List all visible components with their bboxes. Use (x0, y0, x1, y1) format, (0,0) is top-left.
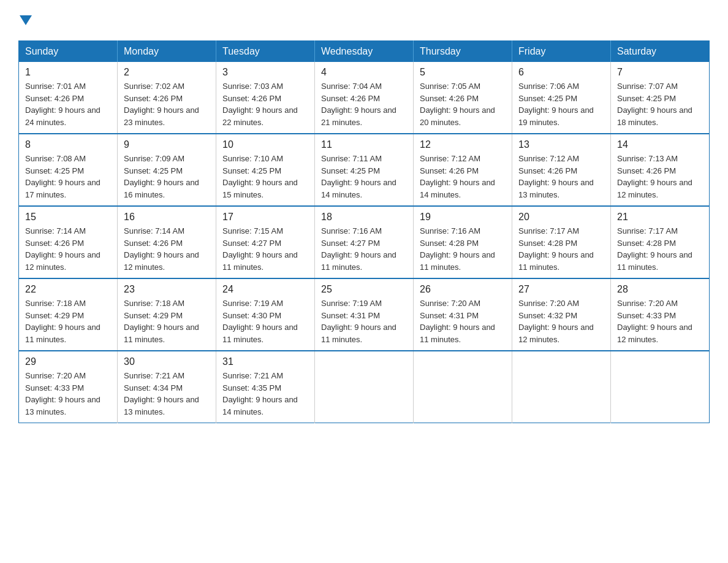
day-info: Sunrise: 7:20 AM Sunset: 4:33 PM Dayligh… (617, 297, 703, 345)
day-number: 7 (617, 67, 703, 78)
day-info: Sunrise: 7:16 AM Sunset: 4:28 PM Dayligh… (420, 225, 506, 273)
day-number: 27 (518, 284, 604, 295)
day-info: Sunrise: 7:02 AM Sunset: 4:26 PM Dayligh… (124, 80, 210, 128)
day-info: Sunrise: 7:12 AM Sunset: 4:26 PM Dayligh… (420, 153, 506, 201)
weekday-header-monday: Monday (118, 41, 216, 63)
calendar-cell: 13 Sunrise: 7:12 AM Sunset: 4:26 PM Dayl… (512, 134, 611, 206)
calendar-week-5: 29 Sunrise: 7:20 AM Sunset: 4:33 PM Dayl… (19, 351, 710, 423)
day-number: 10 (222, 139, 308, 150)
calendar-cell: 3 Sunrise: 7:03 AM Sunset: 4:26 PM Dayli… (216, 62, 315, 134)
day-info: Sunrise: 7:07 AM Sunset: 4:25 PM Dayligh… (617, 80, 703, 128)
day-number: 24 (222, 284, 308, 295)
calendar-week-4: 22 Sunrise: 7:18 AM Sunset: 4:29 PM Dayl… (19, 278, 710, 351)
calendar-cell: 12 Sunrise: 7:12 AM Sunset: 4:26 PM Dayl… (414, 134, 512, 206)
weekday-header-wednesday: Wednesday (315, 41, 414, 63)
day-number: 12 (420, 139, 506, 150)
day-number: 30 (124, 356, 210, 367)
day-info: Sunrise: 7:15 AM Sunset: 4:27 PM Dayligh… (222, 225, 308, 273)
day-number: 4 (321, 67, 407, 78)
calendar-week-2: 8 Sunrise: 7:08 AM Sunset: 4:25 PM Dayli… (19, 134, 710, 206)
weekday-header-saturday: Saturday (611, 41, 710, 63)
calendar-cell: 25 Sunrise: 7:19 AM Sunset: 4:31 PM Dayl… (315, 278, 414, 351)
day-number: 14 (617, 139, 703, 150)
day-info: Sunrise: 7:03 AM Sunset: 4:26 PM Dayligh… (222, 80, 308, 128)
day-info: Sunrise: 7:14 AM Sunset: 4:26 PM Dayligh… (124, 225, 210, 273)
day-number: 5 (420, 67, 506, 78)
calendar-cell: 28 Sunrise: 7:20 AM Sunset: 4:33 PM Dayl… (611, 278, 710, 351)
day-number: 20 (518, 212, 604, 223)
calendar-cell: 20 Sunrise: 7:17 AM Sunset: 4:28 PM Dayl… (512, 206, 611, 278)
calendar-cell: 21 Sunrise: 7:17 AM Sunset: 4:28 PM Dayl… (611, 206, 710, 278)
day-info: Sunrise: 7:20 AM Sunset: 4:31 PM Dayligh… (420, 297, 506, 345)
day-number: 13 (518, 139, 604, 150)
calendar-table: SundayMondayTuesdayWednesdayThursdayFrid… (18, 40, 710, 423)
day-number: 26 (420, 284, 506, 295)
calendar-cell: 10 Sunrise: 7:10 AM Sunset: 4:25 PM Dayl… (216, 134, 315, 206)
day-info: Sunrise: 7:20 AM Sunset: 4:32 PM Dayligh… (518, 297, 604, 345)
day-number: 18 (321, 212, 407, 223)
day-number: 22 (25, 284, 111, 295)
day-info: Sunrise: 7:08 AM Sunset: 4:25 PM Dayligh… (25, 153, 111, 201)
day-number: 17 (222, 212, 308, 223)
calendar-cell: 9 Sunrise: 7:09 AM Sunset: 4:25 PM Dayli… (118, 134, 216, 206)
day-info: Sunrise: 7:13 AM Sunset: 4:26 PM Dayligh… (617, 153, 703, 201)
calendar-cell: 5 Sunrise: 7:05 AM Sunset: 4:26 PM Dayli… (414, 62, 512, 134)
calendar-cell: 30 Sunrise: 7:21 AM Sunset: 4:34 PM Dayl… (118, 351, 216, 423)
day-number: 25 (321, 284, 407, 295)
day-info: Sunrise: 7:19 AM Sunset: 4:30 PM Dayligh… (222, 297, 308, 345)
calendar-cell: 11 Sunrise: 7:11 AM Sunset: 4:25 PM Dayl… (315, 134, 414, 206)
day-number: 9 (124, 139, 210, 150)
day-info: Sunrise: 7:20 AM Sunset: 4:33 PM Dayligh… (25, 370, 111, 418)
day-info: Sunrise: 7:06 AM Sunset: 4:25 PM Dayligh… (518, 80, 604, 128)
day-number: 1 (25, 67, 111, 78)
day-info: Sunrise: 7:21 AM Sunset: 4:35 PM Dayligh… (222, 370, 308, 418)
calendar-cell: 17 Sunrise: 7:15 AM Sunset: 4:27 PM Dayl… (216, 206, 315, 278)
calendar-cell: 14 Sunrise: 7:13 AM Sunset: 4:26 PM Dayl… (611, 134, 710, 206)
logo-triangle-icon (20, 15, 32, 25)
day-number: 29 (25, 356, 111, 367)
calendar-cell: 16 Sunrise: 7:14 AM Sunset: 4:26 PM Dayl… (118, 206, 216, 278)
calendar-week-3: 15 Sunrise: 7:14 AM Sunset: 4:26 PM Dayl… (19, 206, 710, 278)
calendar-cell: 26 Sunrise: 7:20 AM Sunset: 4:31 PM Dayl… (414, 278, 512, 351)
calendar-cell: 8 Sunrise: 7:08 AM Sunset: 4:25 PM Dayli… (19, 134, 118, 206)
calendar-cell (611, 351, 710, 423)
weekday-header-tuesday: Tuesday (216, 41, 315, 63)
calendar-cell: 22 Sunrise: 7:18 AM Sunset: 4:29 PM Dayl… (19, 278, 118, 351)
day-number: 15 (25, 212, 111, 223)
calendar-cell: 1 Sunrise: 7:01 AM Sunset: 4:26 PM Dayli… (19, 62, 118, 134)
day-info: Sunrise: 7:17 AM Sunset: 4:28 PM Dayligh… (518, 225, 604, 273)
day-number: 19 (420, 212, 506, 223)
day-info: Sunrise: 7:16 AM Sunset: 4:27 PM Dayligh… (321, 225, 407, 273)
calendar-cell: 2 Sunrise: 7:02 AM Sunset: 4:26 PM Dayli… (118, 62, 216, 134)
day-number: 2 (124, 67, 210, 78)
calendar-cell: 4 Sunrise: 7:04 AM Sunset: 4:26 PM Dayli… (315, 62, 414, 134)
logo (18, 12, 33, 28)
calendar-cell: 18 Sunrise: 7:16 AM Sunset: 4:27 PM Dayl… (315, 206, 414, 278)
day-info: Sunrise: 7:19 AM Sunset: 4:31 PM Dayligh… (321, 297, 407, 345)
calendar-cell: 24 Sunrise: 7:19 AM Sunset: 4:30 PM Dayl… (216, 278, 315, 351)
day-info: Sunrise: 7:05 AM Sunset: 4:26 PM Dayligh… (420, 80, 506, 128)
calendar-cell: 6 Sunrise: 7:06 AM Sunset: 4:25 PM Dayli… (512, 62, 611, 134)
calendar-cell: 7 Sunrise: 7:07 AM Sunset: 4:25 PM Dayli… (611, 62, 710, 134)
page-header (18, 12, 710, 28)
weekday-header-friday: Friday (512, 41, 611, 63)
day-number: 21 (617, 212, 703, 223)
weekday-header-sunday: Sunday (19, 41, 118, 63)
day-info: Sunrise: 7:21 AM Sunset: 4:34 PM Dayligh… (124, 370, 210, 418)
day-info: Sunrise: 7:14 AM Sunset: 4:26 PM Dayligh… (25, 225, 111, 273)
calendar-cell (414, 351, 512, 423)
weekday-header-thursday: Thursday (414, 41, 512, 63)
day-info: Sunrise: 7:01 AM Sunset: 4:26 PM Dayligh… (25, 80, 111, 128)
day-number: 16 (124, 212, 210, 223)
day-number: 6 (518, 67, 604, 78)
day-info: Sunrise: 7:18 AM Sunset: 4:29 PM Dayligh… (124, 297, 210, 345)
calendar-cell: 19 Sunrise: 7:16 AM Sunset: 4:28 PM Dayl… (414, 206, 512, 278)
day-info: Sunrise: 7:18 AM Sunset: 4:29 PM Dayligh… (25, 297, 111, 345)
calendar-cell (315, 351, 414, 423)
calendar-cell: 27 Sunrise: 7:20 AM Sunset: 4:32 PM Dayl… (512, 278, 611, 351)
day-number: 28 (617, 284, 703, 295)
day-info: Sunrise: 7:09 AM Sunset: 4:25 PM Dayligh… (124, 153, 210, 201)
calendar-cell: 31 Sunrise: 7:21 AM Sunset: 4:35 PM Dayl… (216, 351, 315, 423)
day-info: Sunrise: 7:04 AM Sunset: 4:26 PM Dayligh… (321, 80, 407, 128)
calendar-cell (512, 351, 611, 423)
